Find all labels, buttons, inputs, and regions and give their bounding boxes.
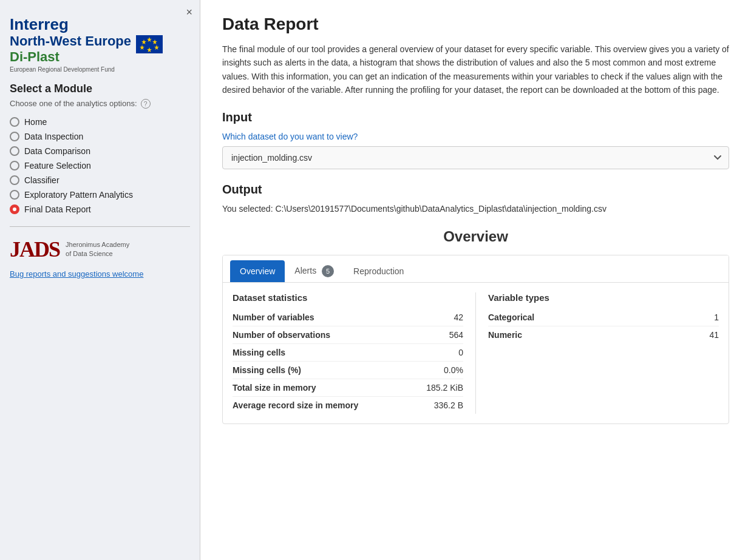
sidebar-item-label-data-inspection: Data Inspection	[24, 132, 83, 141]
erdf-label: European Regional Development Fund	[10, 66, 131, 73]
sidebar-item-label-home: Home	[24, 117, 47, 127]
dataset-label: Which dataset do you want to view?	[222, 132, 729, 141]
logo-area: Interreg North-West Europe Di-Plast Euro…	[10, 16, 190, 73]
overview-body: Dataset statistics Number of variables 4…	[223, 283, 729, 423]
jads-text: Jheronimus Academy of Data Science	[66, 240, 129, 259]
stat-val-missing-cells-pct: 0.0%	[444, 365, 463, 375]
overview-section: Overview Overview Alerts 5 Reproduction …	[222, 228, 729, 424]
stat-label-missing-cells-pct: Missing cells (%)	[233, 365, 301, 375]
var-type-categorical: Categorical 1	[488, 309, 719, 326]
sidebar-item-final-data-report[interactable]: Final Data Report	[10, 202, 190, 217]
eu-flag-icon	[136, 35, 163, 53]
variable-types: Variable types Categorical 1 Numeric 41	[488, 292, 719, 414]
help-icon[interactable]: ?	[141, 99, 151, 109]
tab-alerts[interactable]: Alerts 5	[285, 260, 344, 282]
sidebar-item-feature-selection[interactable]: Feature Selection	[10, 158, 190, 173]
sidebar-item-label-feature-selection: Feature Selection	[24, 161, 91, 170]
sidebar-divider	[10, 226, 190, 227]
var-type-categorical-label: Categorical	[488, 312, 534, 322]
sidebar-item-label-final-data-report: Final Data Report	[24, 204, 91, 214]
variable-types-title: Variable types	[488, 292, 719, 303]
stat-val-missing-cells: 0	[458, 348, 463, 357]
nwe-logo: North-West Europe	[10, 33, 131, 49]
stat-val-avg-record-size: 336.2 B	[434, 400, 463, 410]
overview-card: Overview Alerts 5 Reproduction Dataset s…	[222, 255, 729, 424]
var-type-numeric-val: 41	[709, 330, 719, 340]
stat-label-observations: Number of observations	[233, 330, 330, 340]
radio-feature-selection	[10, 161, 19, 170]
close-button[interactable]: ×	[186, 6, 192, 19]
tab-reproduction[interactable]: Reproduction	[344, 260, 413, 282]
radio-data-comparison	[10, 146, 19, 156]
var-type-numeric-label: Numeric	[488, 330, 522, 340]
tab-alerts-label: Alerts	[294, 266, 316, 275]
sidebar-item-exploratory-pattern-analytics[interactable]: Exploratory Pattern Analytics	[10, 187, 190, 202]
stat-row-variables: Number of variables 42	[233, 309, 463, 326]
radio-home	[10, 117, 19, 127]
alerts-badge: 5	[322, 265, 334, 277]
radio-data-inspection	[10, 132, 19, 141]
var-type-categorical-val: 1	[714, 312, 719, 322]
bug-report-link[interactable]: Bug reports and suggestions welcome	[10, 269, 190, 278]
sidebar-item-data-comparison[interactable]: Data Comparison	[10, 144, 190, 158]
dataset-statistics-title: Dataset statistics	[233, 292, 463, 303]
stat-row-observations: Number of observations 564	[233, 326, 463, 344]
overview-title: Overview	[222, 228, 729, 245]
page-title: Data Report	[222, 15, 729, 34]
stat-val-total-size: 185.2 KiB	[426, 383, 463, 393]
dataset-select[interactable]: injection_molding.csv	[222, 146, 729, 169]
stat-label-total-size: Total size in memory	[233, 383, 316, 393]
dataset-statistics: Dataset statistics Number of variables 4…	[233, 292, 463, 414]
stat-row-avg-record-size: Average record size in memory 336.2 B	[233, 397, 463, 414]
sidebar: × Interreg North-West Europe Di-Plast Eu…	[0, 0, 200, 560]
sidebar-item-data-inspection[interactable]: Data Inspection	[10, 129, 190, 144]
input-section-title: Input	[222, 110, 729, 124]
var-type-numeric: Numeric 41	[488, 326, 719, 343]
stat-label-missing-cells: Missing cells	[233, 348, 285, 357]
stat-row-missing-cells-pct: Missing cells (%) 0.0%	[233, 362, 463, 379]
main-content: Data Report The final module of our tool…	[200, 0, 751, 560]
tab-overview[interactable]: Overview	[230, 260, 285, 282]
stat-label-avg-record-size: Average record size in memory	[233, 400, 358, 410]
jads-area: JADS Jheronimus Academy of Data Science	[10, 237, 190, 262]
tabs-bar: Overview Alerts 5 Reproduction	[223, 255, 729, 283]
stat-row-total-size: Total size in memory 185.2 KiB	[233, 379, 463, 397]
jads-logo: JADS	[10, 237, 59, 262]
stat-label-variables: Number of variables	[233, 312, 314, 322]
stat-row-missing-cells: Missing cells 0	[233, 344, 463, 362]
choose-label: Choose one of the analytics options: ?	[10, 99, 190, 109]
radio-exploratory	[10, 190, 19, 200]
sidebar-item-home[interactable]: Home	[10, 115, 190, 129]
stat-val-variables: 42	[454, 312, 463, 322]
description-text: The final module of our tool provides a …	[222, 42, 729, 97]
interreg-logo: Interreg	[10, 16, 131, 33]
vertical-divider	[475, 292, 476, 414]
output-section-title: Output	[222, 183, 729, 197]
sidebar-item-label-data-comparison: Data Comparison	[24, 146, 90, 156]
sidebar-item-label-classifier: Classifier	[24, 175, 59, 185]
select-module-title: Select a Module	[10, 83, 190, 95]
radio-final-data-report	[10, 204, 19, 214]
sidebar-nav: Home Data Inspection Data Comparison Fea…	[10, 115, 190, 217]
output-path: You selected: C:\Users\20191577\Document…	[222, 204, 729, 214]
radio-classifier	[10, 175, 19, 185]
diplast-logo: Di-Plast	[10, 49, 131, 65]
stat-val-observations: 564	[449, 330, 463, 340]
sidebar-item-classifier[interactable]: Classifier	[10, 173, 190, 187]
sidebar-item-label-exploratory: Exploratory Pattern Analytics	[24, 190, 133, 200]
